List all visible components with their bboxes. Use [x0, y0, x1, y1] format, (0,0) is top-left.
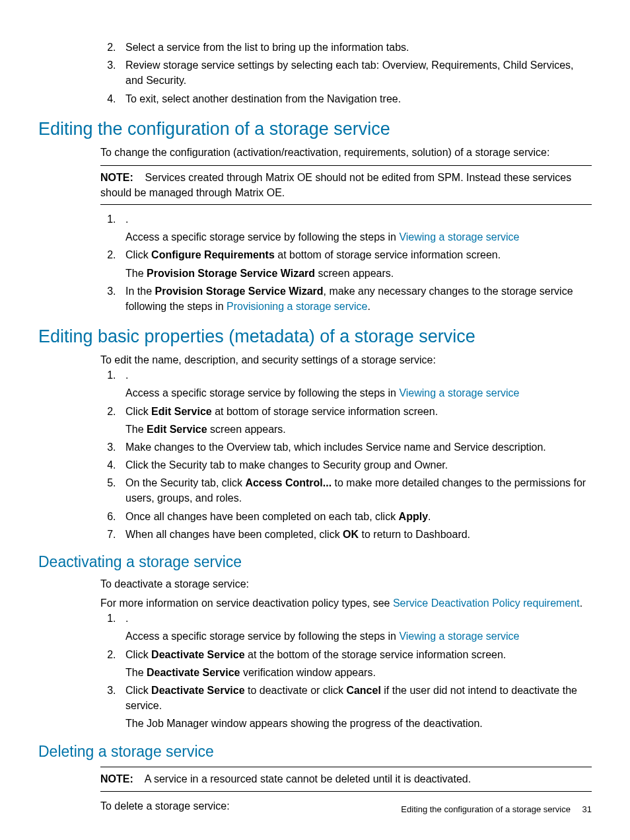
steps-editing-metadata: . Access a specific storage service by f… [100, 367, 592, 542]
step-text: Access a specific storage service by fol… [125, 231, 399, 243]
section-intro: To deactivate a storage service: [100, 576, 592, 592]
step-prefix: . [125, 369, 128, 381]
step-prefix: . [125, 213, 128, 225]
link-viewing-storage-service[interactable]: Viewing a storage service [399, 387, 519, 399]
list-item: In the Provision Storage Service Wizard,… [119, 284, 592, 314]
page-footer: Editing the configuration of a storage s… [401, 804, 592, 816]
intro-continued-steps: Select a service from the list to bring … [100, 40, 592, 106]
steps-editing-config: . Access a specific storage service by f… [100, 211, 592, 314]
link-provisioning-storage-service[interactable]: Provisioning a storage service [227, 301, 367, 312]
list-item: Click the Security tab to make changes t… [119, 457, 592, 473]
list-item: . Access a specific storage service by f… [119, 611, 592, 644]
list-item: On the Security tab, click Access Contro… [119, 475, 592, 506]
list-item: To exit, select another destination from… [119, 91, 592, 106]
list-item: When all changes have been completed, cl… [119, 527, 592, 542]
link-viewing-storage-service[interactable]: Viewing a storage service [399, 630, 519, 642]
link-deactivation-policy[interactable]: Service Deactivation Policy requirement [393, 597, 580, 609]
list-item: . Access a specific storage service by f… [119, 367, 592, 401]
link-viewing-storage-service[interactable]: Viewing a storage service [399, 231, 519, 243]
list-item: Review storage service settings by selec… [119, 57, 592, 88]
list-item: Click Configure Requirements at bottom o… [119, 247, 592, 280]
footer-title: Editing the configuration of a storage s… [401, 804, 571, 814]
section-intro: To edit the name, description, and secur… [100, 352, 592, 367]
section-more-info: For more information on service deactiva… [100, 595, 592, 611]
list-item: Make changes to the Overview tab, which … [119, 439, 592, 455]
list-item: Once all changes have been completed on … [119, 509, 592, 524]
heading-editing-config: Editing the configuration of a storage s… [38, 118, 592, 141]
steps-deactivating: . Access a specific storage service by f… [100, 611, 592, 731]
list-item: Select a service from the list to bring … [119, 40, 592, 55]
heading-editing-metadata: Editing basic properties (metadata) of a… [38, 326, 592, 348]
note-box: NOTE: A service in a resourced state can… [100, 767, 592, 791]
section-intro: To change the configuration (activation/… [100, 145, 592, 160]
note-label: NOTE: [100, 773, 133, 784]
note-text: A service in a resourced state cannot be… [145, 773, 472, 784]
note-box: NOTE: Services created through Matrix OE… [100, 165, 592, 205]
page-number: 31 [582, 804, 592, 814]
heading-deleting: Deleting a storage service [38, 742, 592, 762]
list-item: Click Edit Service at bottom of storage … [119, 404, 592, 437]
list-item: Click Deactivate Service to deactivate o… [119, 683, 592, 732]
heading-deactivating: Deactivating a storage service [38, 553, 592, 572]
list-item: . Access a specific storage service by f… [119, 211, 592, 245]
note-label: NOTE: [100, 172, 133, 183]
step-prefix: . [125, 613, 128, 624]
note-text: Services created through Matrix OE shoul… [100, 172, 571, 198]
list-item: Click Deactivate Service at the bottom o… [119, 647, 592, 680]
